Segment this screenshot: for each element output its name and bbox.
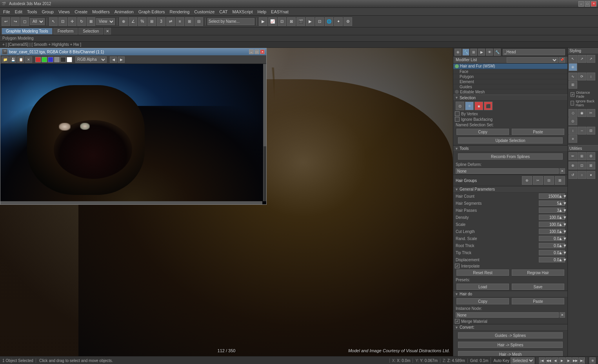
hair-group-btn2[interactable]: ✂: [533, 176, 543, 185]
spline-deform-field[interactable]: None: [456, 168, 559, 174]
menu-animation[interactable]: Animation: [112, 9, 136, 15]
tb-scale[interactable]: ⊠: [87, 17, 95, 26]
menu-graph-editors[interactable]: Graph Editors: [136, 9, 167, 15]
float-minimize-btn[interactable]: –: [249, 49, 254, 54]
color-r-btn[interactable]: [35, 57, 41, 62]
tb-move[interactable]: ✛: [68, 17, 76, 26]
maximize-button[interactable]: □: [585, 1, 590, 7]
tb-curve-editor[interactable]: 📈: [268, 17, 277, 26]
hair-group-btn1[interactable]: ⊕: [522, 176, 532, 185]
menu-help[interactable]: Help: [255, 9, 269, 15]
modifier-polygon[interactable]: Polygon: [453, 74, 567, 79]
modify-icon[interactable]: 🔧: [462, 49, 469, 56]
tip-thick-input[interactable]: [539, 250, 560, 255]
create-icon[interactable]: ⊕: [454, 49, 462, 56]
minimize-button[interactable]: –: [578, 1, 584, 7]
cut-length-spinner[interactable]: ▲▼: [560, 229, 565, 234]
hair-passes-spinner[interactable]: ▲▼: [560, 207, 565, 213]
hair-splines-btn[interactable]: Hair -> Splines: [458, 342, 563, 348]
sel-vertex-icon[interactable]: ⊙: [456, 102, 464, 110]
menu-cat[interactable]: CAT: [217, 9, 230, 15]
scale-input[interactable]: [539, 222, 560, 227]
float-close-btn[interactable]: ✕: [260, 49, 265, 54]
float-prev-btn[interactable]: ◀: [110, 56, 117, 63]
menu-edit[interactable]: Edit: [13, 9, 25, 15]
tb-select-filter[interactable]: ◻: [20, 17, 29, 26]
sty-btn-7[interactable]: ↕: [587, 73, 595, 80]
instance-none-field[interactable]: None: [456, 312, 559, 318]
sty-btn-3[interactable]: ↗: [587, 55, 595, 63]
modifier-editable-mesh[interactable]: Editable Mesh: [453, 89, 567, 95]
displacement-input[interactable]: [539, 257, 560, 262]
color-white-btn[interactable]: [67, 57, 72, 62]
update-selection-btn[interactable]: Update Selection: [458, 137, 563, 144]
sty-btn-4[interactable]: ⊕: [569, 63, 577, 71]
sty-btn-8[interactable]: ⊞: [569, 81, 577, 89]
menu-customize[interactable]: Customize: [192, 9, 217, 15]
tb-mirror[interactable]: ⇌: [166, 17, 175, 26]
recomb-splines-btn[interactable]: Recomb From Splines: [458, 153, 563, 160]
ignore-backfacing-check[interactable]: [455, 117, 460, 122]
tb-3[interactable]: 3: [157, 17, 165, 26]
tb-quick-render[interactable]: ▶: [306, 17, 314, 26]
rand-scale-spinner[interactable]: ▲▼: [560, 236, 565, 241]
tb-named-sel[interactable]: ▶: [259, 17, 267, 26]
cut-length-input[interactable]: [539, 229, 560, 234]
util-btn-1[interactable]: ✏: [569, 152, 577, 160]
float-open-btn[interactable]: 📁: [2, 56, 9, 63]
root-thick-spinner[interactable]: ▲▼: [560, 243, 565, 248]
tip-thick-spinner[interactable]: ▲▼: [560, 250, 565, 255]
tb-render-frame[interactable]: ⊡: [315, 17, 324, 26]
menu-group[interactable]: Group: [39, 9, 56, 15]
by-vertex-check[interactable]: [455, 111, 460, 116]
sty-btn-16[interactable]: ≡: [569, 135, 577, 143]
rand-scale-input[interactable]: [539, 236, 560, 241]
menu-rendering[interactable]: Rendering: [167, 9, 192, 15]
close-button[interactable]: ✕: [591, 1, 596, 7]
load-btn[interactable]: Load: [456, 284, 509, 290]
float-next-btn[interactable]: ▶: [118, 56, 125, 63]
hairdo-copy-btn[interactable]: Copy: [456, 298, 509, 304]
sty-btn-15[interactable]: ⊟: [587, 127, 595, 135]
sty-btn-5[interactable]: ∿: [569, 73, 577, 80]
util-btn-6[interactable]: ⊠: [587, 162, 595, 169]
tb-env[interactable]: 🌐: [325, 17, 333, 26]
sel-face-icon[interactable]: ■: [474, 102, 483, 110]
tb-angle-snap[interactable]: ∠: [129, 17, 137, 26]
util-btn-2[interactable]: ⊞: [578, 152, 586, 160]
float-save-btn[interactable]: 💾: [9, 56, 16, 63]
color-b-btn[interactable]: [48, 57, 53, 62]
color-g-btn[interactable]: [42, 57, 47, 62]
tb-layer[interactable]: ⊟: [194, 17, 203, 26]
float-maximize-btn[interactable]: □: [254, 49, 259, 54]
tb-select-region[interactable]: ⊡: [58, 17, 67, 26]
distance-fade-check[interactable]: [571, 92, 574, 97]
sty-btn-10[interactable]: ◉: [578, 109, 586, 117]
save-btn[interactable]: Save: [512, 284, 564, 290]
utilities-icon[interactable]: 🔧: [494, 49, 501, 56]
tab-graphite[interactable]: Graphite Modeling Tools: [2, 28, 53, 35]
tb-material[interactable]: ⊠: [287, 17, 296, 26]
tb-render[interactable]: 🎬: [296, 17, 305, 26]
menu-file[interactable]: File: [1, 9, 13, 15]
modifier-guides[interactable]: Guides: [453, 84, 567, 89]
channel-select[interactable]: RGB Alpha RGB Alpha: [75, 56, 107, 63]
ignore-back-hairs-check[interactable]: [571, 101, 574, 106]
hair-group-btn4[interactable]: ⊠: [555, 176, 565, 185]
tc-prev-key-btn[interactable]: ◀◀: [545, 357, 552, 364]
sty-btn-9[interactable]: ◇: [569, 109, 577, 117]
sty-btn-13[interactable]: ↕: [569, 127, 577, 135]
hair-group-btn3[interactable]: ⊟: [544, 176, 554, 185]
sty-btn-14[interactable]: ↔: [578, 127, 586, 135]
sty-btn-2[interactable]: ↗: [578, 55, 586, 63]
float-menu-icon[interactable]: 🎬: [2, 49, 7, 55]
hair-count-input[interactable]: [539, 193, 560, 199]
hair-segments-spinner[interactable]: ▲▼: [560, 200, 565, 206]
color-a-btn[interactable]: [54, 57, 60, 62]
display-icon[interactable]: 👁: [486, 49, 493, 56]
viewport[interactable]: 🎬 bear_cave_0112.tga, RGBA Color 8 Bits/…: [0, 48, 453, 356]
displacement-spinner[interactable]: ▲▼: [560, 257, 565, 262]
key-mode-btn[interactable]: ⊕: [589, 357, 596, 364]
sty-btn-11[interactable]: ✂: [587, 109, 595, 117]
tb-redo[interactable]: ↪: [11, 17, 20, 26]
